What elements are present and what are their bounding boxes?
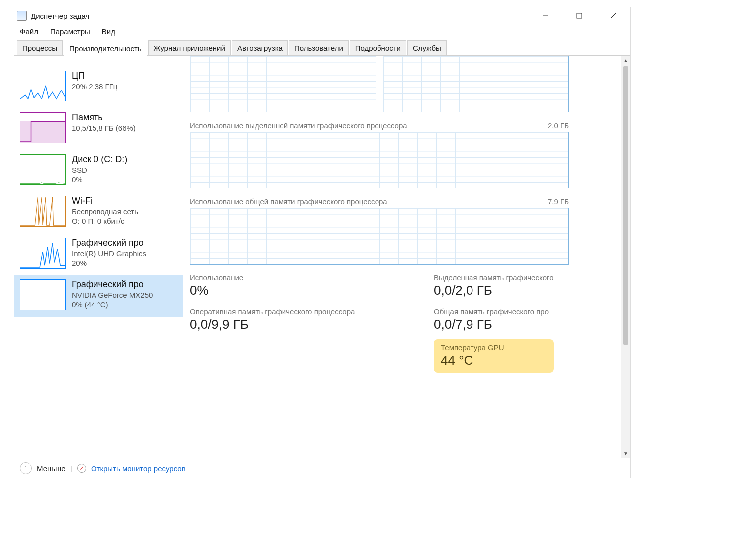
stat-utilization: Использование 0% [190, 274, 404, 298]
gpu0-sub2: 20% [72, 259, 146, 267]
memory-title: Память [72, 112, 136, 123]
gpu0-thumb-graph [20, 238, 66, 269]
dedicated-mem-max: 2,0 ГБ [548, 121, 569, 130]
shared-mem-label-row: Использование общей памяти графического … [190, 197, 569, 206]
menu-params[interactable]: Параметры [47, 26, 93, 37]
scroll-down-icon[interactable]: ▼ [623, 451, 628, 456]
gpu1-sub: NVIDIA GeForce MX250 [72, 291, 153, 299]
stats-grid: Использование 0% Оперативная память граф… [190, 274, 621, 373]
window-title: Диспетчер задач [31, 12, 536, 20]
gpu0-title: Графический про [72, 238, 146, 248]
wifi-sub: Беспроводная сеть [72, 207, 138, 216]
open-resource-monitor-link[interactable]: Открыть монитор ресурсов [91, 464, 186, 473]
stat-dedicated-mem: Выделенная память графического 0,0/2,0 Г… [434, 274, 554, 298]
tab-details[interactable]: Подробности [350, 40, 406, 55]
sidebar: ЦП 20% 2,38 ГГц Память 10,5/15,8 ГБ (66%… [14, 56, 183, 458]
chart-dedicated-mem [190, 132, 569, 188]
memory-sub: 10,5/15,8 ГБ (66%) [72, 124, 136, 132]
shared-mem-max: 7,9 ГБ [548, 197, 569, 206]
close-button[interactable] [603, 9, 623, 23]
wifi-thumb-graph [20, 196, 66, 227]
task-manager-window: Диспетчер задач Файл Параметры Вид Проце… [14, 7, 631, 478]
svg-rect-1 [577, 13, 582, 18]
app-icon [17, 11, 27, 21]
memory-thumb-graph [20, 112, 66, 143]
scroll-up-icon[interactable]: ▲ [623, 58, 628, 63]
titlebar: Диспетчер задач [14, 7, 630, 24]
gpu1-title: Графический про [72, 279, 153, 290]
disk-thumb-graph [20, 154, 66, 185]
window-controls [536, 9, 623, 23]
menu-file[interactable]: Файл [17, 26, 41, 37]
stat-gpu-ram: Оперативная память графического процессо… [190, 307, 404, 332]
tab-processes[interactable]: Процессы [17, 40, 63, 55]
collapse-button[interactable]: ˄ [20, 462, 32, 474]
sidebar-item-memory[interactable]: Память 10,5/15,8 ГБ (66%) [20, 108, 183, 150]
menubar: Файл Параметры Вид [14, 24, 630, 38]
fewer-details-label[interactable]: Меньше [37, 464, 65, 473]
top-chart-pair [190, 56, 621, 112]
chart-top-right [383, 56, 569, 112]
footer-divider: | [70, 465, 72, 472]
body: ЦП 20% 2,38 ГГц Память 10,5/15,8 ГБ (66%… [14, 56, 630, 458]
sidebar-item-disk[interactable]: Диск 0 (C: D:) SSD 0% [20, 150, 183, 192]
chart-top-left [190, 56, 376, 112]
tab-users[interactable]: Пользователи [289, 40, 349, 55]
tab-apphistory[interactable]: Журнал приложений [148, 40, 231, 55]
tab-services[interactable]: Службы [407, 40, 447, 55]
wifi-title: Wi-Fi [72, 196, 138, 206]
disk-sub: SSD [72, 166, 127, 174]
minimize-button[interactable] [536, 9, 556, 23]
footer: ˄ Меньше | Открыть монитор ресурсов [14, 458, 630, 478]
scrollbar[interactable]: ▲ ▼ [621, 56, 630, 458]
tab-startup[interactable]: Автозагрузка [232, 40, 288, 55]
resource-monitor-icon [77, 464, 86, 473]
cpu-title: ЦП [72, 71, 117, 81]
scrollbar-thumb[interactable] [623, 66, 628, 345]
disk-title: Диск 0 (C: D:) [72, 154, 127, 165]
sidebar-item-gpu1[interactable]: Графический про NVIDIA GeForce MX250 0% … [14, 275, 183, 317]
chart-shared-mem [190, 208, 569, 265]
menu-view[interactable]: Вид [99, 26, 118, 37]
sidebar-item-cpu[interactable]: ЦП 20% 2,38 ГГц [20, 67, 183, 108]
shared-mem-label: Использование общей памяти графического … [190, 197, 387, 206]
main: Использование выделенной памяти графичес… [183, 56, 630, 458]
cpu-sub: 20% 2,38 ГГц [72, 82, 117, 91]
tab-performance[interactable]: Производительность [64, 41, 147, 56]
dedicated-mem-label: Использование выделенной памяти графичес… [190, 121, 407, 130]
wifi-sub2: О: 0 П: 0 кбит/с [72, 217, 138, 225]
sidebar-item-wifi[interactable]: Wi-Fi Беспроводная сеть О: 0 П: 0 кбит/с [20, 192, 183, 234]
gpu1-sub2: 0% (44 °C) [72, 300, 153, 309]
cpu-thumb-graph [20, 71, 66, 101]
tabstrip: Процессы Производительность Журнал прило… [14, 40, 630, 56]
stat-temperature: Температура GPU 44 °C [434, 339, 554, 373]
disk-sub2: 0% [72, 175, 127, 183]
sidebar-item-gpu0[interactable]: Графический про Intel(R) UHD Graphics 20… [20, 234, 183, 275]
maximize-button[interactable] [569, 9, 589, 23]
gpu1-thumb-graph [20, 279, 66, 310]
stat-shared-mem: Общая память графического про 0,0/7,9 ГБ [434, 307, 554, 332]
dedicated-mem-label-row: Использование выделенной памяти графичес… [190, 121, 569, 130]
chevron-up-icon: ˄ [24, 465, 27, 472]
gpu0-sub: Intel(R) UHD Graphics [72, 249, 146, 258]
